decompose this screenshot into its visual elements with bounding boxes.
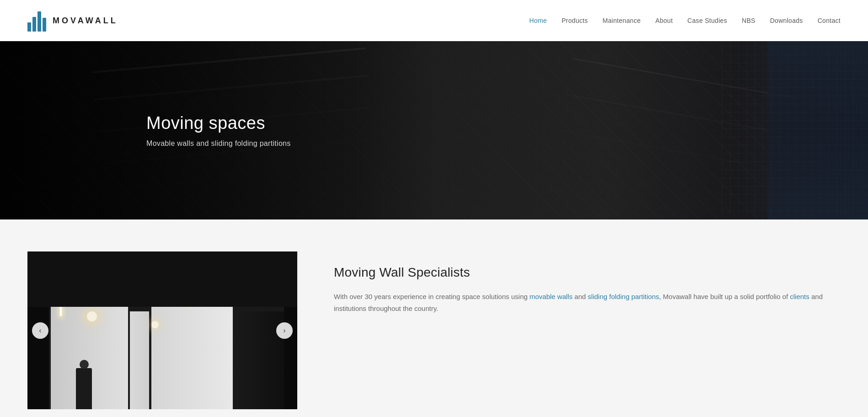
nav-home[interactable]: Home [529, 17, 547, 24]
section-title: Moving Wall Specialists [334, 265, 841, 280]
clients-link[interactable]: clients [790, 293, 809, 300]
hero-section: Moving spaces Movable walls and sliding … [0, 41, 868, 219]
next-image-button[interactable]: › [276, 322, 293, 339]
header: MOVAWALL Home Products Maintenance About… [0, 0, 868, 41]
logo-icon [27, 10, 46, 32]
movable-walls-link[interactable]: movable walls [530, 293, 573, 300]
nav-maintenance[interactable]: Maintenance [603, 17, 641, 24]
logo-text: MOVAWALL [53, 16, 118, 26]
hero-subtitle: Movable walls and sliding folding partit… [146, 139, 291, 148]
image-placeholder [27, 251, 297, 409]
img-light-1 [87, 311, 97, 321]
img-panel-right [149, 299, 236, 410]
hero-content: Moving spaces Movable walls and sliding … [146, 113, 291, 148]
text-content: Moving Wall Specialists With over 30 yea… [334, 251, 841, 314]
logo-bar-4 [43, 18, 46, 32]
image-panels [27, 251, 297, 409]
nav-products[interactable]: Products [562, 17, 588, 24]
logo-area[interactable]: MOVAWALL [27, 10, 118, 32]
prev-image-button[interactable]: ‹ [32, 322, 48, 339]
nav-case-studies[interactable]: Case Studies [687, 17, 727, 24]
nav-about[interactable]: About [655, 17, 673, 24]
nav-downloads[interactable]: Downloads [770, 17, 803, 24]
logo-bar-1 [27, 22, 31, 32]
nav-contact[interactable]: Contact [818, 17, 841, 24]
logo-bar-3 [38, 11, 41, 32]
image-container: ‹ › [27, 251, 297, 409]
img-ceiling [27, 251, 297, 311]
sliding-folding-link[interactable]: sliding folding partitions [588, 293, 659, 300]
content-section: ‹ › Moving Wall Specialists With over 30… [0, 219, 868, 417]
section-body: With over 30 years experience in creatin… [334, 291, 841, 314]
img-beam-right [189, 296, 191, 305]
img-person [76, 368, 92, 409]
logo-bar-2 [32, 17, 36, 32]
img-beam-left [60, 307, 62, 316]
hero-overlay [0, 41, 868, 219]
nav-nbs[interactable]: NBS [742, 17, 755, 24]
main-nav: Home Products Maintenance About Case Stu… [529, 17, 841, 24]
hero-title: Moving spaces [146, 113, 291, 133]
